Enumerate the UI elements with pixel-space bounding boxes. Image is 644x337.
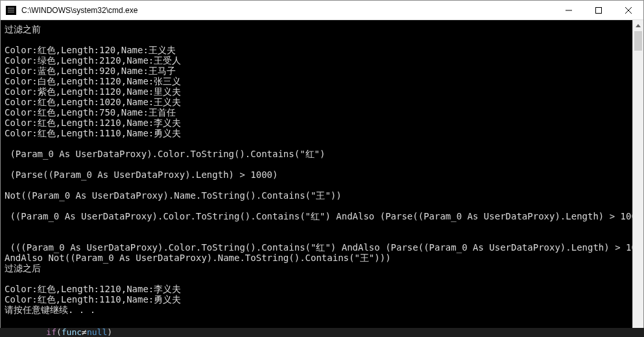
editor-background-line: if (func ≠ null) — [0, 328, 644, 337]
cmd-window: C:\WINDOWS\system32\cmd.exe 过滤之前 Color:红… — [0, 0, 644, 337]
data-row: Color:紫色,Length:1120,Name:里义夫 — [5, 86, 181, 97]
console-area: 过滤之前 Color:红色,Length:120,Name:王义夫 Color:… — [1, 20, 643, 336]
titlebar[interactable]: C:\WINDOWS\system32\cmd.exe — [1, 1, 643, 20]
scroll-track[interactable] — [633, 31, 643, 325]
filter-expression: (Parse((Param_0 As UserDataProxy).Length… — [5, 169, 278, 180]
continue-prompt: 请按任意键继续. . . — [5, 305, 95, 315]
filter-expression: AndAlso Not((Param_0 As UserDataProxy).N… — [5, 253, 391, 263]
text-after-header: 过滤之后 — [5, 263, 41, 273]
text-before-header: 过滤之前 — [5, 24, 41, 34]
data-row: Color:红色,Length:750,Name:王首任 — [5, 107, 176, 118]
console-output[interactable]: 过滤之前 Color:红色,Length:120,Name:王义夫 Color:… — [1, 20, 632, 336]
maximize-button[interactable] — [584, 1, 614, 19]
window-controls — [554, 1, 643, 19]
keyword-if: if — [46, 328, 56, 337]
data-row: Color:红色,Length:1020,Name:王义夫 — [5, 97, 181, 107]
close-button[interactable] — [614, 1, 643, 19]
filter-expression: ((Param_0 As UserDataProxy).Color.ToStri… — [5, 211, 632, 221]
vertical-scrollbar[interactable] — [632, 20, 643, 336]
data-row: Color:红色,Length:120,Name:王义夫 — [5, 45, 176, 55]
data-row: Color:红色,Length:1210,Name:李义夫 — [5, 284, 181, 294]
filter-expression: (((Param_0 As UserDataProxy).Color.ToStr… — [5, 242, 632, 253]
cmd-app-icon — [6, 6, 16, 15]
data-row: Color:白色,Length:1120,Name:张三义 — [5, 76, 181, 86]
data-row: Color:绿色,Length:2120,Name:王受人 — [5, 55, 181, 66]
svg-rect-1 — [596, 7, 602, 13]
data-row: Color:红色,Length:1110,Name:勇义夫 — [5, 294, 181, 305]
filter-expression: Not((Param_0 As UserDataProxy).Name.ToSt… — [5, 190, 342, 201]
scroll-up-button[interactable] — [633, 20, 643, 31]
minimize-button[interactable] — [554, 1, 584, 19]
scroll-thumb[interactable] — [634, 31, 642, 51]
data-row: Color:蓝色,Length:920,Name:王马子 — [5, 66, 176, 76]
filter-expression: (Param_0 As UserDataProxy).Color.ToStrin… — [5, 149, 325, 159]
window-title: C:\WINDOWS\system32\cmd.exe — [20, 6, 554, 15]
data-row: Color:红色,Length:1210,Name:李义夫 — [5, 118, 181, 128]
data-row: Color:红色,Length:1110,Name:勇义夫 — [5, 128, 181, 138]
keyword-null: null — [87, 328, 107, 337]
